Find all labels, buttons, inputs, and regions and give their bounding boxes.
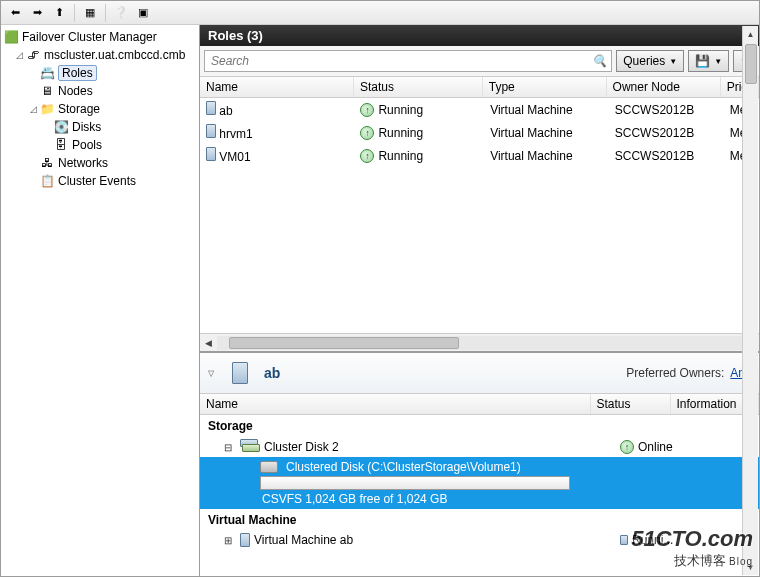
- save-button[interactable]: 💾 ▼: [688, 50, 729, 72]
- scroll-left-icon[interactable]: ◀: [200, 338, 216, 348]
- col-type[interactable]: Type: [482, 77, 606, 98]
- col-owner[interactable]: Owner Node: [606, 77, 720, 98]
- server-small-icon: [620, 535, 628, 545]
- table-row[interactable]: hrvm1↑RunningVirtual MachineSCCWS2012BMe…: [200, 121, 759, 144]
- cluster-disk-label: Cluster Disk 2: [264, 440, 339, 454]
- storage-icon: 📁: [39, 101, 55, 117]
- type-cell: Virtual Machine: [484, 144, 609, 167]
- status-text: Running: [378, 149, 423, 163]
- panel-icon[interactable]: ▣: [133, 3, 153, 23]
- queries-label: Queries: [623, 54, 665, 68]
- vm-name: Virtual Machine ab: [254, 533, 353, 547]
- search-row: 🔍 Queries ▼ 💾 ▼ ▼: [200, 46, 759, 77]
- expand-icon[interactable]: ◿: [13, 50, 25, 60]
- tree-cluster-label: mscluster.uat.cmbccd.cmb: [44, 48, 185, 62]
- tree-item-networks[interactable]: 🖧 Networks: [1, 154, 199, 172]
- h-scrollbar[interactable]: ◀ ▶: [200, 333, 759, 351]
- tree-item-label: Roles: [58, 65, 97, 81]
- running-icon: ↑: [360, 149, 374, 163]
- cluster-icon: 🖇: [25, 47, 41, 63]
- detail-body: Storage ⊟ Cluster Disk 2 ↑ Online: [200, 415, 759, 576]
- disks-icon: 💽: [53, 119, 69, 135]
- tree-cluster[interactable]: ◿ 🖇 mscluster.uat.cmbccd.cmb: [1, 46, 199, 64]
- roles-icon: 📇: [39, 65, 55, 81]
- pref-owners-label: Preferred Owners:: [626, 366, 724, 380]
- help-icon[interactable]: ❔: [111, 3, 131, 23]
- vm-icon: [206, 101, 216, 115]
- vm-row[interactable]: ⊞ Virtual Machine ab Runni...: [200, 531, 759, 549]
- detail-title: ab: [264, 365, 626, 381]
- vm-icon: [206, 147, 216, 161]
- tree-root[interactable]: 🟩 Failover Cluster Manager: [1, 28, 199, 46]
- search-input[interactable]: [209, 53, 592, 69]
- nav-back-icon[interactable]: ⬅: [5, 3, 25, 23]
- layout-icon[interactable]: ▦: [80, 3, 100, 23]
- detail-header: ▽ ab Preferred Owners: Any: [200, 353, 759, 394]
- col-name[interactable]: Name: [200, 77, 353, 98]
- tree-item-nodes[interactable]: 🖥 Nodes: [1, 82, 199, 100]
- tree-item-roles[interactable]: 📇 Roles: [1, 64, 199, 82]
- save-icon: 💾: [695, 54, 710, 68]
- owner-cell: SCCWS2012B: [609, 144, 724, 167]
- online-icon: ↑: [620, 440, 634, 454]
- cluster-manager-icon: 🟩: [3, 29, 19, 45]
- owner-cell: SCCWS2012B: [609, 121, 724, 144]
- tree-item-storage[interactable]: ◿ 📁 Storage: [1, 100, 199, 118]
- disk-icon: [260, 461, 278, 473]
- tree-item-pools[interactable]: 🗄 Pools: [1, 136, 199, 154]
- chevron-down-icon: ▼: [669, 57, 677, 66]
- queries-button[interactable]: Queries ▼: [616, 50, 684, 72]
- expand-box-icon[interactable]: ⊞: [224, 535, 236, 546]
- vm-status: Runni...: [632, 533, 673, 547]
- tree-item-label: Networks: [58, 156, 108, 170]
- detail-columns: Name Status Information: [200, 394, 759, 415]
- tree-root-label: Failover Cluster Manager: [22, 30, 157, 44]
- cluster-disk-status: Online: [638, 440, 673, 454]
- tree-item-label: Nodes: [58, 84, 93, 98]
- scroll-up-icon[interactable]: ▲: [747, 26, 755, 42]
- detail-pane: ▽ ab Preferred Owners: Any Name Status I…: [200, 351, 759, 576]
- dcol-status[interactable]: Status: [590, 394, 670, 415]
- scroll-down-icon[interactable]: ▼: [747, 559, 755, 575]
- content-pane: Roles (3) 🔍 Queries ▼ 💾 ▼ ▼ N: [200, 25, 759, 576]
- v-scroll-thumb[interactable]: [745, 44, 757, 84]
- nav-up-icon[interactable]: ⬆: [49, 3, 69, 23]
- roles-grid: Name Status Type Owner Node Prior ab↑Run…: [200, 77, 759, 333]
- disk-stack-icon: [240, 439, 260, 455]
- tree-item-disks[interactable]: 💽 Disks: [1, 118, 199, 136]
- clustered-disk-path: Clustered Disk (C:\ClusterStorage\Volume…: [286, 460, 521, 474]
- scroll-thumb[interactable]: [229, 337, 459, 349]
- preferred-owners: Preferred Owners: Any: [626, 366, 751, 380]
- nodes-icon: 🖥: [39, 83, 55, 99]
- search-icon[interactable]: 🔍: [592, 54, 607, 68]
- nav-fwd-icon[interactable]: ➡: [27, 3, 47, 23]
- dcol-name[interactable]: Name: [200, 394, 590, 415]
- group-vm: Virtual Machine: [200, 509, 759, 531]
- vm-icon: [206, 124, 216, 138]
- nav-tree: 🟩 Failover Cluster Manager ◿ 🖇 mscluster…: [1, 25, 200, 576]
- col-status[interactable]: Status: [353, 77, 482, 98]
- scroll-track[interactable]: [217, 336, 742, 350]
- roles-table-body: ab↑RunningVirtual MachineSCCWS2012BMed h…: [200, 98, 759, 167]
- cluster-disk-row[interactable]: ⊟ Cluster Disk 2 ↑ Online: [200, 437, 759, 457]
- table-row[interactable]: ab↑RunningVirtual MachineSCCWS2012BMed: [200, 98, 759, 121]
- running-icon: ↑: [360, 103, 374, 117]
- tree-item-label: Cluster Events: [58, 174, 136, 188]
- tree-item-cluster-events[interactable]: 📋 Cluster Events: [1, 172, 199, 190]
- top-toolbar: ⬅ ➡ ⬆ ▦ ❔ ▣: [1, 1, 759, 25]
- expand-icon[interactable]: ◿: [27, 104, 39, 114]
- table-row[interactable]: VM01↑RunningVirtual MachineSCCWS2012BMed: [200, 144, 759, 167]
- networks-icon: 🖧: [39, 155, 55, 171]
- pools-icon: 🗄: [53, 137, 69, 153]
- capacity-bar: [260, 476, 570, 490]
- events-icon: 📋: [39, 173, 55, 189]
- owner-cell: SCCWS2012B: [609, 98, 724, 121]
- capacity-text: CSVFS 1,024 GB free of 1,024 GB: [260, 492, 753, 506]
- window-v-scrollbar[interactable]: ▲ ▼: [742, 26, 758, 575]
- server-icon: [240, 533, 250, 547]
- group-storage: Storage: [200, 415, 759, 437]
- clustered-disk-selection[interactable]: Clustered Disk (C:\ClusterStorage\Volume…: [200, 457, 759, 509]
- search-box[interactable]: 🔍: [204, 50, 612, 72]
- collapse-icon[interactable]: ▽: [208, 369, 214, 378]
- collapse-box-icon[interactable]: ⊟: [224, 442, 236, 453]
